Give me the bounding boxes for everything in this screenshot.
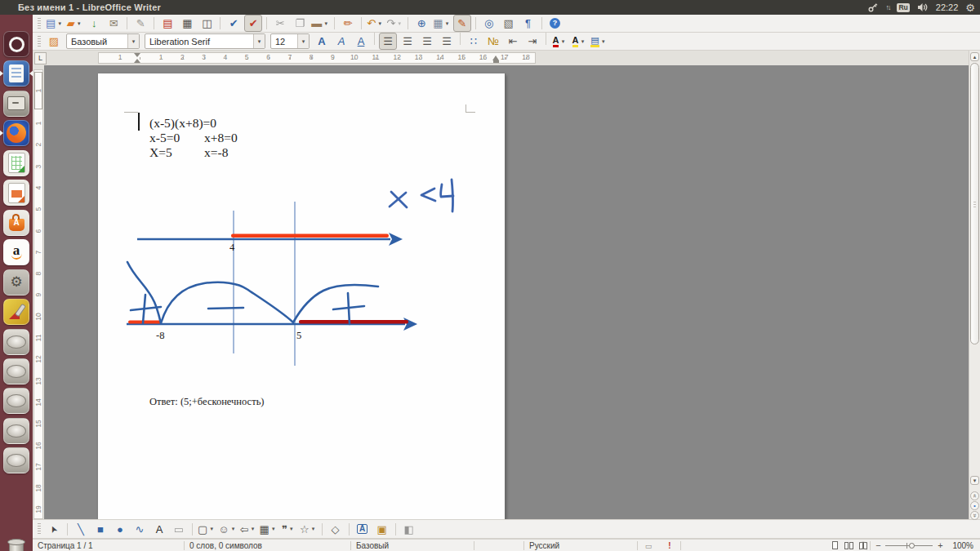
undo-button[interactable]: ↶	[366, 15, 384, 32]
launcher-item-ubuntu-dash[interactable]	[3, 31, 29, 57]
underline-button[interactable]: А	[352, 33, 370, 50]
launcher-item-image-editor[interactable]	[3, 299, 29, 325]
bold-button[interactable]: А	[313, 33, 331, 50]
stars-button[interactable]: ☆	[299, 521, 318, 538]
next-page-button[interactable]	[970, 511, 979, 520]
redo-dropdown[interactable]	[396, 20, 403, 27]
draw-functions-button[interactable]: ✎	[453, 15, 471, 32]
word-count[interactable]: 0 слов, 0 символов	[185, 541, 350, 550]
indent-marker[interactable]	[134, 53, 141, 63]
print-preview-button[interactable]: ◫	[198, 15, 216, 32]
document-page[interactable]: (x-5)(x+8)=0 x-5=0 x+8=0 X=5 x=-8 Ответ:…	[98, 73, 505, 519]
font-size-dropdown[interactable]	[297, 34, 309, 48]
insert-image-button[interactable]: ▣	[373, 521, 391, 538]
stars-dropdown[interactable]	[310, 526, 317, 532]
toolbar-grip[interactable]	[38, 523, 41, 535]
session-gear-icon[interactable]: ⚙	[965, 2, 975, 14]
font-name-select[interactable]: Liberation Serif	[145, 33, 265, 49]
launcher-item-firefox[interactable]	[3, 120, 29, 146]
symbol-shapes-dropdown[interactable]	[230, 526, 237, 532]
flowchart-dropdown[interactable]	[270, 526, 277, 532]
clock[interactable]: 22:22	[936, 2, 959, 12]
font-color-dropdown[interactable]	[559, 38, 566, 45]
launcher-item-disk-drive-1[interactable]	[3, 329, 29, 355]
insert-ellipse-button[interactable]: ●	[111, 521, 129, 538]
save-button[interactable]: ↓	[85, 15, 103, 32]
flowchart-button[interactable]: ▦	[259, 521, 278, 538]
zoom-thumb[interactable]	[909, 543, 915, 549]
edit-points-button[interactable]: ◇	[327, 521, 345, 538]
font-size-select[interactable]: 12	[270, 33, 310, 49]
launcher-item-libreoffice-impress[interactable]	[3, 180, 29, 206]
zoom-in-button[interactable]	[936, 540, 944, 550]
zoom-track[interactable]	[885, 542, 933, 549]
page-style[interactable]: Базовый	[351, 541, 474, 550]
fontwork-button[interactable]: A	[354, 521, 372, 538]
paragraph-style-dropdown[interactable]	[127, 34, 139, 48]
basic-shapes-dropdown[interactable]	[208, 526, 215, 532]
select-button[interactable]: ➤	[45, 521, 63, 538]
launcher-item-file-manager[interactable]	[3, 91, 29, 117]
font-color-button[interactable]: A	[550, 33, 568, 50]
previous-page-button[interactable]	[970, 491, 979, 500]
vertical-scrollbar[interactable]	[969, 51, 980, 519]
increase-indent-button[interactable]: ⇥	[523, 33, 541, 50]
launcher-item-disk-drive-3[interactable]	[3, 388, 29, 414]
callouts-dropdown[interactable]	[288, 526, 295, 532]
italic-button[interactable]: А	[332, 33, 350, 50]
clone-formatting-button[interactable]: ✏	[339, 15, 357, 32]
launcher-item-disk-drive-4[interactable]	[3, 418, 29, 444]
launcher-item-disk-drive-5[interactable]	[3, 447, 29, 473]
highlighting-button[interactable]: A	[570, 33, 588, 50]
tab-stop-selector[interactable]: L	[34, 52, 47, 64]
symbol-shapes-button[interactable]: ☺	[217, 521, 237, 538]
launcher-item-software-center[interactable]: A	[3, 210, 29, 236]
scroll-up-button[interactable]	[970, 52, 979, 61]
print-button[interactable]: ▦	[178, 15, 196, 32]
insert-line-button[interactable]: ╲	[72, 521, 90, 538]
freeform-line-button[interactable]: ∿	[131, 521, 149, 538]
open-file-dropdown[interactable]	[76, 20, 82, 27]
paste-dropdown[interactable]	[323, 20, 329, 27]
block-arrows-dropdown[interactable]	[250, 526, 256, 532]
scrollbar-thumb[interactable]	[970, 63, 979, 344]
align-right-button[interactable]: ☰	[418, 33, 436, 50]
basic-shapes-button[interactable]: ▢	[197, 521, 216, 538]
callouts-button[interactable]: ❞	[279, 521, 297, 538]
launcher-item-amazon[interactable]: a	[3, 239, 29, 265]
numbered-list-button[interactable]: №	[484, 33, 502, 50]
launcher-item-disk-drive-2[interactable]	[3, 358, 29, 384]
paste-button[interactable]: ▬	[310, 15, 330, 32]
open-file-button[interactable]: ▰	[65, 15, 83, 32]
align-left-button[interactable]: ☰	[379, 33, 397, 50]
new-document-button[interactable]: ▤	[45, 15, 64, 32]
insert-table-button[interactable]: ▦	[432, 15, 451, 32]
export-pdf-button[interactable]: ▤	[158, 15, 176, 32]
navigator-button[interactable]: ◎	[480, 15, 498, 32]
document-modified-icon[interactable]	[659, 541, 680, 550]
launcher-item-libreoffice-writer[interactable]	[3, 60, 29, 87]
page-count[interactable]: Страница 1 / 1	[33, 541, 184, 550]
paragraph-style-select[interactable]: Базовый	[66, 33, 140, 49]
insert-textbox-button[interactable]: A	[150, 521, 168, 538]
zoom-slider[interactable]	[871, 540, 947, 550]
volume-indicator-icon[interactable]	[917, 2, 929, 12]
justify-button[interactable]: ☰	[438, 33, 456, 50]
zoom-out-button[interactable]	[874, 540, 882, 550]
highlighting-dropdown[interactable]	[579, 38, 586, 45]
keyboard-layout-indicator[interactable]: Ru	[897, 3, 909, 12]
insert-rectangle-button[interactable]: ■	[91, 521, 109, 538]
edit-mode-button[interactable]: ✎	[131, 15, 149, 32]
align-center-button[interactable]: ☰	[399, 33, 416, 50]
formatting-marks-button[interactable]: ¶	[519, 15, 537, 32]
key-indicator-icon[interactable]	[868, 2, 878, 12]
launcher-item-libreoffice-calc[interactable]	[3, 150, 29, 176]
paragraph-background-dropdown[interactable]	[600, 38, 607, 45]
bullet-list-button[interactable]: ∷	[465, 33, 483, 50]
undo-dropdown[interactable]	[376, 20, 383, 27]
paragraph-background-button[interactable]: ▤	[590, 33, 608, 50]
gallery-button[interactable]: ▧	[500, 15, 518, 32]
decrease-indent-button[interactable]: ⇤	[504, 33, 522, 50]
block-arrows-button[interactable]: ⇦	[239, 521, 257, 538]
spelling-button[interactable]: ✔	[225, 15, 243, 32]
